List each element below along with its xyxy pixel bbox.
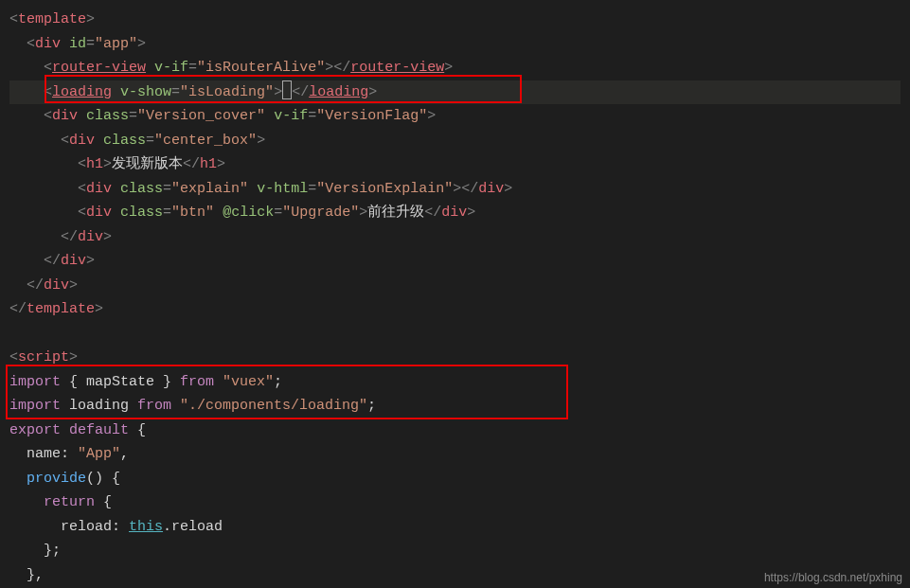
code-line[interactable]: <div class="explain" v-html="VersionExpl… [9,177,901,202]
code-line[interactable]: provide() { [9,467,901,491]
code-line[interactable]: </div> [9,249,901,274]
code-line[interactable]: export default { [9,419,901,443]
code-line[interactable]: </div> [9,225,901,250]
code-line[interactable]: <div id="app"> [9,32,901,57]
code-line[interactable]: <div class="btn" @click="Upgrade">前往升级</… [9,201,901,225]
code-line[interactable]: <loading v-show="isLoading"></loading> [9,80,901,105]
code-line[interactable]: name: "App", [9,442,901,467]
code-line[interactable]: <script> [9,346,901,370]
code-line[interactable]: import { mapState } from "vuex"; [9,370,901,395]
code-line[interactable]: }; [9,539,901,563]
code-editor[interactable]: <template> <div id="app"> <router-view v… [0,0,910,588]
code-line[interactable]: return { [9,490,901,515]
code-line[interactable]: <h1>发现新版本</h1> [9,152,901,177]
code-line[interactable]: <router-view v-if="isRouterAlive"></rout… [9,56,901,80]
text-cursor [282,80,292,99]
code-line[interactable]: </div> [9,274,901,298]
code-line[interactable] [9,322,901,347]
watermark-text: https://blog.csdn.net/pxhing [764,571,902,584]
code-line[interactable]: reload: this.reload [9,515,901,540]
code-line[interactable]: </template> [9,297,901,322]
code-line[interactable]: import loading from "./components/loadin… [9,394,901,419]
code-line[interactable]: <div class="Version_cover" v-if="Version… [9,104,901,129]
code-line[interactable]: <template> [9,8,901,32]
code-line[interactable]: <div class="center_box"> [9,129,901,153]
